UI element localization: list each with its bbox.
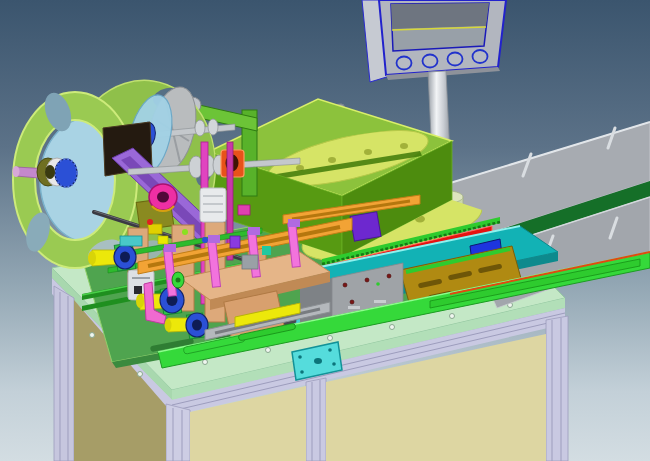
cad-viewport [0, 0, 650, 461]
monitor-screen-upper [391, 3, 489, 29]
actuator-block-purple [350, 212, 381, 241]
machine-render [0, 0, 650, 461]
operator-monitor [362, 0, 506, 82]
